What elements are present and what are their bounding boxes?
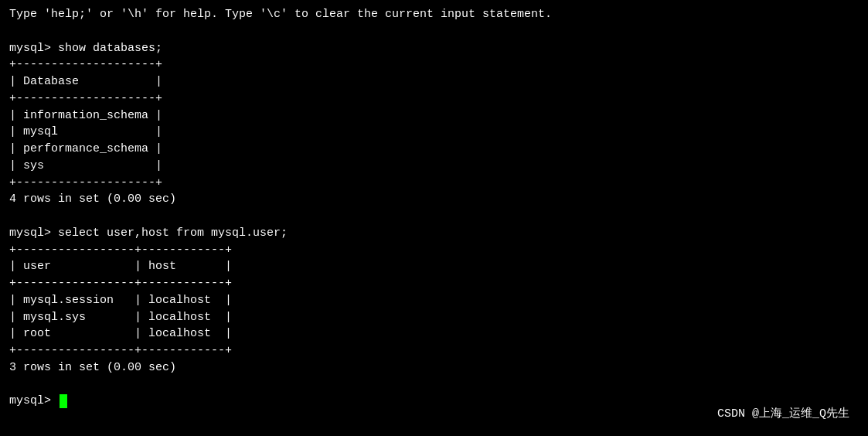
cursor: [60, 394, 67, 408]
user-row-1: | mysql.session | localhost |: [9, 292, 859, 309]
db-row-2: | mysql |: [9, 124, 859, 141]
watermark: CSDN @上海_运维_Q先生: [717, 406, 849, 421]
user-border-2: +-----------------+------------+: [9, 275, 859, 292]
db-row-4: | sys |: [9, 158, 859, 175]
db-row-1: | information_schema |: [9, 107, 859, 124]
user-header: | user | host |: [9, 258, 859, 275]
user-result: 3 rows in set (0.00 sec): [9, 359, 859, 376]
terminal-window: Type 'help;' or '\h' for help. Type '\c'…: [9, 6, 859, 430]
user-row-2: | mysql.sys | localhost |: [9, 309, 859, 326]
empty-line-2: [9, 208, 859, 225]
command-2: mysql> select user,host from mysql.user;: [9, 225, 859, 242]
empty-line-1: [9, 23, 859, 40]
final-prompt: mysql>: [9, 393, 58, 410]
empty-line-3: [9, 376, 859, 393]
db-header: | Database |: [9, 73, 859, 90]
command-1: mysql> show databases;: [9, 40, 859, 57]
db-border-2: +--------------------+: [9, 90, 859, 107]
help-line: Type 'help;' or '\h' for help. Type '\c'…: [9, 6, 859, 23]
user-border-1: +-----------------+------------+: [9, 242, 859, 259]
db-result: 4 rows in set (0.00 sec): [9, 191, 859, 208]
user-border-3: +-----------------+------------+: [9, 342, 859, 359]
db-row-3: | performance_schema |: [9, 141, 859, 158]
db-border-1: +--------------------+: [9, 56, 859, 73]
db-border-3: +--------------------+: [9, 175, 859, 192]
user-row-3: | root | localhost |: [9, 325, 859, 342]
